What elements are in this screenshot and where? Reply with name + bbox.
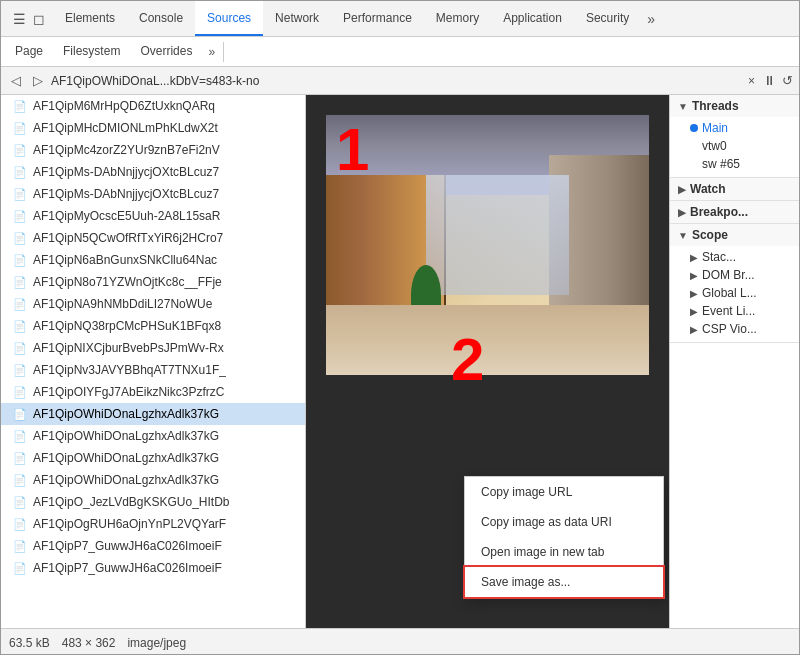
file-icon: 📄 [13,474,27,487]
thread-label: vtw0 [702,139,727,153]
file-item[interactable]: 📄AF1QipMc4zorZ2YUr9znB7eFi2nV [1,139,305,161]
scope-arrow-right: ▶ [690,324,698,335]
tab-performance[interactable]: Performance [331,1,424,36]
toggle-panel-btn[interactable]: ⏸ [763,73,776,88]
watch-section: ▶ Watch [670,178,799,201]
file-icon: 📄 [13,320,27,333]
inspect-icon[interactable]: ☰ [11,11,27,27]
file-item[interactable]: 📄AF1QipN5QCwOfRfTxYiR6j2HCro7 [1,227,305,249]
context-menu-item[interactable]: Save image as... [465,567,663,597]
url-bar: ◁ ▷ AF1QipOWhiDOnaL...kDbV=s483-k-no × ⏸… [1,67,799,95]
subtab-more[interactable]: » [202,45,221,59]
context-menu-item[interactable]: Copy image as data URI [465,507,663,537]
file-name: AF1QipP7_GuwwJH6aC026ImoeiF [33,561,222,575]
threads-header[interactable]: ▼ Threads [670,95,799,117]
threads-label: Threads [692,99,739,113]
file-item[interactable]: 📄AF1QipOWhiDOnaLgzhxAdlk37kG [1,447,305,469]
file-panel: 📄AF1QipM6MrHpQD6ZtUxknQARq📄AF1QipMHcDMIO… [1,95,306,628]
nav-forward-btn[interactable]: ▷ [29,72,47,90]
file-type: image/jpeg [127,636,186,650]
file-icon: 📄 [13,562,27,575]
file-icon: 📄 [13,518,27,531]
file-item[interactable]: 📄AF1QipMyOcscE5Uuh-2A8L15saR [1,205,305,227]
watch-label: Watch [690,182,726,196]
file-icon: 📄 [13,144,27,157]
file-name: AF1QipMs-DAbNnjjycjOXtcBLcuz7 [33,165,219,179]
scope-item[interactable]: ▶Global L... [690,284,791,302]
breakpoints-arrow: ▶ [678,207,686,218]
file-item[interactable]: 📄AF1QipNIXCjburBvebPsJPmWv-Rx [1,337,305,359]
file-item[interactable]: 📄AF1QipMHcDMIONLmPhKLdwX2t [1,117,305,139]
scope-header[interactable]: ▼ Scope [670,224,799,246]
file-name: AF1QipOgRUH6aOjnYnPL2VQYarF [33,517,226,531]
file-name: AF1QipOIYFgJ7AbEikzNikc3PzfrzC [33,385,224,399]
close-tab-btn[interactable]: × [744,74,759,88]
sources-subtoolbar: Page Filesystem Overrides » [1,37,799,67]
file-name: AF1QipMyOcscE5Uuh-2A8L15saR [33,209,220,223]
file-item[interactable]: 📄AF1QipOWhiDOnaLgzhxAdlk37kG [1,425,305,447]
subtab-divider [223,42,224,62]
main-tabs-nav: ElementsConsoleSourcesNetworkPerformance… [53,1,641,36]
file-name: AF1QipMHcDMIONLmPhKLdwX2t [33,121,218,135]
toolbar-left-icons: ☰ ◻ [5,11,53,27]
subtab-overrides[interactable]: Overrides [130,37,202,66]
scope-label: Scope [692,228,728,242]
file-item[interactable]: 📄AF1QipNA9hNMbDdiLI27NoWUe [1,293,305,315]
thread-item[interactable]: Main [690,119,791,137]
more-tabs-btn[interactable]: » [641,11,661,27]
open-file-tab[interactable]: AF1QipOWhiDOnaL...kDbV=s483-k-no [51,74,740,88]
status-bar: 63.5 kB 483 × 362 image/jpeg [1,628,799,655]
nav-back-btn[interactable]: ◁ [7,72,25,90]
file-item[interactable]: 📄AF1QipMs-DAbNnjjycjOXtcBLcuz7 [1,183,305,205]
threads-content: Mainvtw0sw #65 [670,117,799,177]
main-content: 📄AF1QipM6MrHpQD6ZtUxknQARq📄AF1QipMHcDMIO… [1,95,799,628]
file-item[interactable]: 📄AF1QipOWhiDOnaLgzhxAdlk37kG [1,403,305,425]
file-item[interactable]: 📄AF1QipN8o71YZWnOjtKc8c__FFje [1,271,305,293]
scope-arrow-right: ▶ [690,270,698,281]
thread-item[interactable]: sw #65 [690,155,791,173]
file-icon: 📄 [13,100,27,113]
file-item[interactable]: 📄AF1QipNv3JAVYBBhqAT7TNXu1F_ [1,359,305,381]
file-item[interactable]: 📄AF1QipOIYFgJ7AbEikzNikc3PzfrzC [1,381,305,403]
file-icon: 📄 [13,408,27,421]
file-item[interactable]: 📄AF1QipP7_GuwwJH6aC026ImoeiF [1,557,305,579]
subtab-page[interactable]: Page [5,37,53,66]
tab-sources[interactable]: Sources [195,1,263,36]
tab-elements[interactable]: Elements [53,1,127,36]
file-item[interactable]: 📄AF1QipO_JezLVdBgKSKGUo_HItDb [1,491,305,513]
scope-item[interactable]: ▶Stac... [690,248,791,266]
scope-item[interactable]: ▶CSP Vio... [690,320,791,338]
file-item[interactable]: 📄AF1QipMs-DAbNnjjycjOXtcBLcuz7 [1,161,305,183]
file-item[interactable]: 📄AF1QipN6aBnGunxSNkCllu64Nac [1,249,305,271]
scope-arrow-right: ▶ [690,306,698,317]
refresh-btn[interactable]: ↺ [782,73,793,88]
breakpoints-header[interactable]: ▶ Breakpo... [670,201,799,223]
file-list: 📄AF1QipM6MrHpQD6ZtUxknQARq📄AF1QipMHcDMIO… [1,95,305,628]
scope-label: DOM Br... [702,268,755,282]
file-item[interactable]: 📄AF1QipOWhiDOnaLgzhxAdlk37kG [1,469,305,491]
context-menu-item[interactable]: Open image in new tab [465,537,663,567]
file-icon: 📄 [13,364,27,377]
file-item[interactable]: 📄AF1QipM6MrHpQD6ZtUxknQARq [1,95,305,117]
file-size: 63.5 kB [9,636,50,650]
file-name: AF1QipOWhiDOnaLgzhxAdlk37kG [33,429,219,443]
tab-console[interactable]: Console [127,1,195,36]
file-name: AF1QipNv3JAVYBBhqAT7TNXu1F_ [33,363,226,377]
context-menu-item[interactable]: Copy image URL [465,477,663,507]
file-icon: 📄 [13,122,27,135]
file-item[interactable]: 📄AF1QipOgRUH6aOjnYnPL2VQYarF [1,513,305,535]
watch-header[interactable]: ▶ Watch [670,178,799,200]
thread-item[interactable]: vtw0 [690,137,791,155]
tab-memory[interactable]: Memory [424,1,491,36]
file-item[interactable]: 📄AF1QipNQ38rpCMcPHSuK1BFqx8 [1,315,305,337]
tab-application[interactable]: Application [491,1,574,36]
device-icon[interactable]: ◻ [31,11,47,27]
file-icon: 📄 [13,188,27,201]
tab-security[interactable]: Security [574,1,641,36]
scope-item[interactable]: ▶DOM Br... [690,266,791,284]
scope-item[interactable]: ▶Event Li... [690,302,791,320]
file-item[interactable]: 📄AF1QipP7_GuwwJH6aC026ImoeiF [1,535,305,557]
subtab-filesystem[interactable]: Filesystem [53,37,130,66]
file-icon: 📄 [13,298,27,311]
tab-network[interactable]: Network [263,1,331,36]
